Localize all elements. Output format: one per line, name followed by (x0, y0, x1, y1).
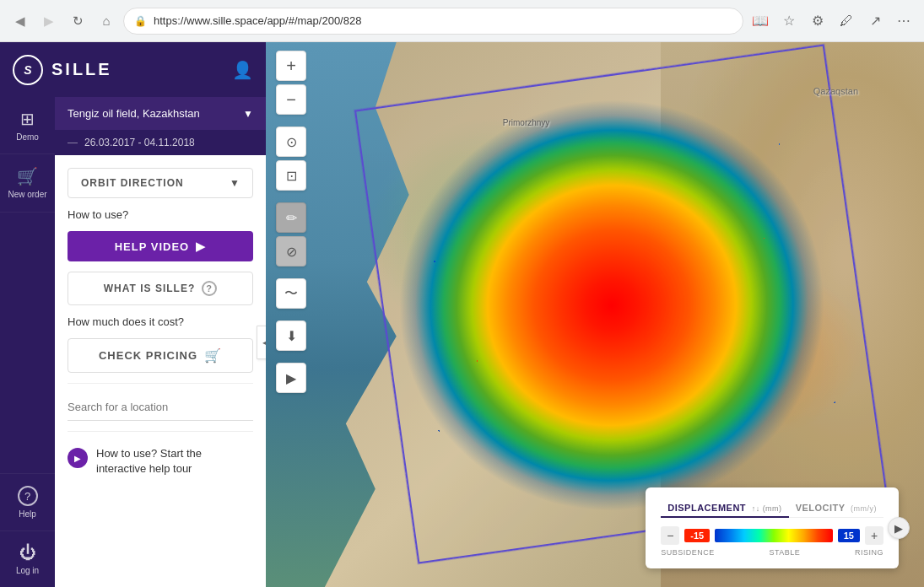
map-label-primorzhnyy: Primorzhnyy (503, 118, 550, 127)
subsidence-label: SUBSIDENCE (661, 548, 715, 557)
chart-btn[interactable]: 〜 (276, 278, 306, 309)
location-bar[interactable]: Tengiz oil field, Kazakhstan ▼ (55, 97, 266, 130)
video-btn[interactable]: ▶ (276, 363, 306, 393)
logo-circle: S (13, 55, 43, 85)
help-label: Help (19, 509, 36, 519)
location-text: Tengiz oil field, Kazakhstan (68, 107, 200, 120)
scatter-dots (357, 46, 886, 562)
content-panel: Tengiz oil field, Kazakhstan ▼ — 26.03.2… (55, 97, 266, 587)
displacement-unit: ↑↓ (mm) (752, 504, 782, 513)
stable-label: STABLE (769, 548, 800, 557)
what-is-sille-label: WHAT IS SILLE? (104, 283, 195, 294)
refresh-button[interactable]: ↻ (66, 9, 89, 33)
new-order-icon: 🛒 (17, 166, 38, 186)
logo-symbol: S (24, 63, 31, 77)
legend-labels: SUBSIDENCE STABLE RISING (661, 548, 883, 557)
sidebar-item-new-order[interactable]: 🛒 New order (0, 154, 55, 213)
help-tour-text: How to use? Start the interactive help t… (96, 446, 253, 477)
map-container[interactable]: Qazaqstan Primorzhnyy + − ⊙ ⊡ ✏ ⊘ 〜 ⬇ ▶ (266, 42, 924, 587)
profile-button[interactable]: 🖊 (835, 9, 858, 33)
bookmark-button[interactable]: 📖 (748, 9, 772, 33)
date-bar: — 26.03.2017 - 04.11.2018 (55, 130, 266, 155)
help-icon: ? (18, 486, 38, 506)
app-body: ⊞ Demo 🛒 New order ? Help ⏻ Log (0, 97, 266, 587)
target-btn[interactable]: ⊙ (276, 127, 306, 157)
panel-content: ORBIT DIRECTION ▼ How to use? HELP VIDEO… (55, 155, 266, 493)
toolbar-separator-4 (276, 312, 306, 317)
velocity-label: VELOCITY (796, 503, 846, 513)
legend-min-value: -15 (684, 529, 710, 542)
back-button[interactable]: ◀ (8, 9, 32, 33)
share-button[interactable]: ↗ (863, 9, 887, 33)
tab-displacement[interactable]: DISPLACEMENT ↑↓ (mm) (661, 499, 788, 518)
eraser-btn[interactable]: ⊘ (276, 236, 306, 267)
user-icon-btn[interactable]: 👤 (232, 60, 253, 80)
toolbar-separator-5 (276, 354, 306, 359)
browser-chrome: ◀ ▶ ↻ ⌂ 🔒 https://www.sille.space/app/#/… (0, 0, 924, 42)
address-bar[interactable]: 🔒 https://www.sille.space/app/#/map/200/… (123, 8, 743, 35)
toolbar-separator-1 (276, 118, 306, 123)
velocity-unit: (mm/y) (851, 504, 877, 513)
toolbar-separator-2 (276, 194, 306, 199)
orbit-direction-btn[interactable]: ORBIT DIRECTION ▼ (68, 168, 253, 198)
left-panel: S SILLE 👤 ⊞ Demo 🛒 New order (0, 42, 266, 587)
toolbar-separator-3 (276, 270, 306, 275)
demo-icon: ⊞ (20, 109, 35, 129)
icon-nav-bottom: ? Help ⏻ Log in (0, 473, 55, 587)
legend-plus-btn[interactable]: + (865, 526, 883, 545)
how-much-cost-text: How much does it cost? (68, 315, 253, 328)
dropdown-arrow-icon: ▼ (243, 108, 253, 120)
sidebar-item-login[interactable]: ⏻ Log in (0, 530, 55, 587)
image-btn[interactable]: ⊡ (276, 160, 306, 191)
help-video-button[interactable]: HELP VIDEO ▶ (68, 231, 253, 261)
zoom-in-btn[interactable]: + (276, 51, 306, 81)
login-icon: ⏻ (19, 543, 36, 563)
demo-label: Demo (16, 132, 39, 142)
date-range-text: 26.03.2017 - 04.11.2018 (84, 137, 195, 148)
url-text: https://www.sille.space/app/#/map/200/82… (154, 14, 361, 27)
heatmap-overlay (354, 44, 888, 563)
map-toolbar: + − ⊙ ⊡ ✏ ⊘ 〜 ⬇ ▶ (276, 51, 306, 393)
icon-nav: ⊞ Demo 🛒 New order ? Help ⏻ Log (0, 97, 55, 587)
check-pricing-button[interactable]: CHECK PRICING 🛒 (68, 338, 253, 373)
legend-next-btn[interactable]: ▶ (888, 517, 910, 539)
legend-controls: − -15 15 + (661, 526, 883, 545)
download-btn[interactable]: ⬇ (276, 320, 306, 351)
pencil-btn[interactable]: ✏ (276, 202, 306, 233)
sidebar-item-help[interactable]: ? Help (0, 473, 55, 530)
search-location-input[interactable] (68, 394, 253, 421)
app-header: S SILLE 👤 (0, 42, 266, 97)
home-button[interactable]: ⌂ (95, 9, 118, 33)
what-is-sille-button[interactable]: WHAT IS SILLE? ? (68, 272, 253, 305)
map-label-qazaqstan: Qazaqstan (813, 86, 858, 96)
legend-gradient-bar (715, 529, 833, 542)
date-dash: — (68, 137, 78, 148)
lock-icon: 🔒 (134, 15, 147, 27)
zoom-out-btn[interactable]: − (276, 84, 306, 115)
play-circle-icon: ▶ (68, 448, 88, 468)
tab-velocity[interactable]: VELOCITY (mm/y) (789, 499, 883, 517)
play-btn-icon: ▶ (196, 240, 206, 253)
sidebar-item-demo[interactable]: ⊞ Demo (0, 97, 55, 154)
divider-2 (68, 431, 253, 432)
help-video-label: HELP VIDEO (115, 240, 190, 253)
how-to-use-text: How to use? (68, 208, 253, 221)
help-tour-item[interactable]: ▶ How to use? Start the interactive help… (68, 442, 253, 481)
legend-tabs: DISPLACEMENT ↑↓ (mm) VELOCITY (mm/y) (661, 499, 883, 518)
question-icon: ? (202, 281, 217, 296)
legend-minus-btn[interactable]: − (661, 526, 679, 545)
app-title: SILLE (51, 60, 112, 79)
collapse-panel-button[interactable]: ◀ (257, 326, 266, 359)
displacement-label: DISPLACEMENT (667, 503, 746, 513)
orbit-dropdown-icon: ▼ (230, 177, 240, 189)
new-order-label: New order (8, 190, 46, 200)
star-button[interactable]: ☆ (777, 9, 801, 33)
forward-button[interactable]: ▶ (37, 9, 61, 33)
legend-max-value: 15 (838, 529, 860, 542)
rising-label: RISING (855, 548, 883, 557)
divider (68, 383, 253, 384)
legend-panel: DISPLACEMENT ↑↓ (mm) VELOCITY (mm/y) − -… (646, 487, 899, 568)
orbit-direction-label: ORBIT DIRECTION (81, 177, 184, 189)
menu-button[interactable]: ⋯ (892, 9, 916, 33)
extensions-button[interactable]: ⚙ (806, 9, 829, 33)
